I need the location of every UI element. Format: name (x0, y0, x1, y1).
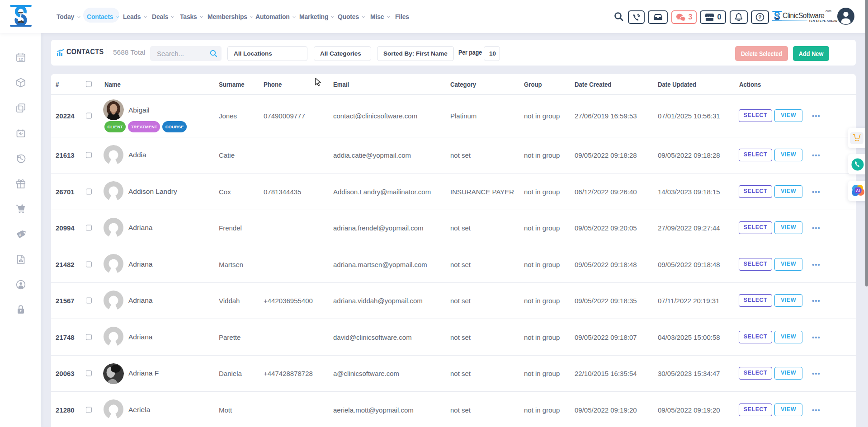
svg-text:12: 12 (19, 57, 23, 61)
svg-text:AI: AI (856, 188, 860, 193)
svg-text:?: ? (758, 14, 761, 20)
